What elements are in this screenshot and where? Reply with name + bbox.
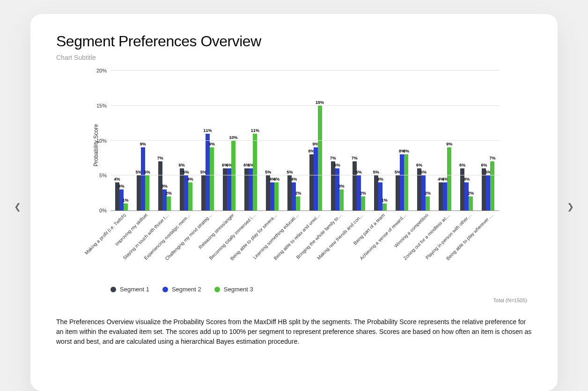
bar: 8% [404, 154, 408, 210]
bar-value-label: 1% [382, 198, 388, 203]
bar: 4% [292, 182, 296, 210]
category-label: Becoming totally immersed i… [208, 212, 256, 261]
bar: 2% [469, 196, 473, 210]
bar: 2% [167, 196, 171, 210]
grid-line [110, 140, 499, 141]
y-axis-label: Probability Score [93, 117, 99, 174]
bar-value-label: 9% [446, 142, 452, 146]
category-label: Learning something educati… [252, 212, 300, 260]
bar-value-label: 1% [123, 198, 129, 203]
bar-group: 6%6%11%Becoming totally immersed i… [240, 71, 262, 210]
bar-value-label: 4% [463, 177, 470, 181]
bar-value-label: 5% [183, 170, 189, 174]
bar: 9% [314, 147, 318, 210]
category-label: Challenging my mind strateg… [164, 212, 213, 261]
bar-value-label: 4% [273, 177, 279, 181]
category-label: Achieving a sense of reward… [359, 212, 408, 261]
bar-value-label: 9% [140, 142, 146, 146]
bar-value-label: 7% [352, 156, 358, 160]
category-label: Bringing the whole family to… [295, 212, 343, 260]
bar-group: 4%4%9%Zoning out for a mindless ac… [434, 71, 456, 210]
bar-value-label: 7% [489, 156, 495, 160]
bar: 4% [188, 182, 192, 210]
bar-value-label: 7% [330, 156, 336, 160]
bar: 8% [309, 154, 314, 210]
bar-value-label: 6% [481, 163, 487, 167]
bar-value-label: 2% [295, 191, 301, 196]
bars-container: 4%3%1%Making a profit (i.e. Twitch)5%9%5… [110, 71, 499, 210]
y-tick-label: 20% [96, 68, 110, 73]
chart-card: Segment Preferences Overview Chart Subti… [30, 14, 558, 391]
bar-value-label: 6% [459, 163, 465, 167]
bar-group: 6%4%2%Playing in-person with other… [456, 71, 478, 210]
bar-group: 5%4%1%Being part of a team [369, 71, 391, 210]
total-n-label: Total (N=1505) [56, 297, 527, 303]
bar-value-label: 3% [118, 184, 125, 188]
bar: 5% [486, 175, 490, 210]
bar-value-label: 9% [209, 142, 215, 146]
bar: 1% [124, 203, 128, 210]
bar: 5% [396, 175, 400, 210]
y-tick-label: 5% [99, 173, 110, 178]
bar-value-label: 5% [420, 170, 426, 174]
bar-value-label: 4% [187, 177, 193, 181]
bar-value-label: 2% [425, 191, 431, 196]
bar-group: 7%5%2%Making new friends and con… [348, 71, 369, 210]
bar-value-label: 8% [403, 149, 409, 153]
bar-value-label: 5% [356, 170, 362, 174]
bar-value-label: 6% [334, 163, 340, 167]
legend-swatch [214, 287, 220, 292]
bar: 4% [270, 182, 274, 210]
y-tick-label: 0% [99, 208, 110, 213]
bar: 4% [464, 182, 469, 210]
category-label: Making a profit (i.e. Twitch) [84, 212, 127, 255]
bar-value-label: 7% [157, 156, 163, 160]
bar-value-label: 2% [468, 191, 474, 196]
legend-item: Segment 3 [214, 286, 253, 293]
bar: 5% [145, 175, 149, 210]
bar: 9% [210, 147, 214, 210]
bar-value-label: 4% [114, 177, 120, 181]
bar-group: 7%6%3%Bringing the whole family to… [326, 71, 348, 210]
legend-label: Segment 3 [224, 286, 253, 293]
legend-swatch [110, 287, 116, 292]
bar: 2% [426, 196, 430, 210]
bar: 4% [443, 182, 447, 210]
category-label: Playing in-person with other… [425, 212, 472, 260]
bar: 8% [400, 154, 404, 210]
bar: 5% [137, 175, 141, 210]
bar-value-label: 6% [179, 163, 185, 167]
bar-value-label: 11% [203, 128, 212, 133]
bar: 9% [447, 147, 451, 210]
bar-group: 6%5%2%Winning a competition [413, 71, 434, 210]
chevron-right-icon[interactable]: ❯ [567, 202, 574, 212]
category-label: Being able to play wherever … [445, 212, 494, 261]
bar-group: 5%11%9%Challenging my mind strateg… [197, 71, 218, 210]
bar-value-label: 11% [251, 128, 259, 133]
bar: 7% [490, 161, 494, 210]
legend-swatch [162, 287, 168, 292]
plot-area: 4%3%1%Making a profit (i.e. Twitch)5%9%5… [110, 71, 499, 211]
bar: 11% [253, 134, 257, 210]
bar: 7% [353, 161, 357, 210]
chart-description: The Preferences Overview visualize the P… [56, 317, 532, 347]
bar: 2% [361, 196, 365, 210]
bar-group: 6%6%10%Releasing stress/anger [219, 71, 240, 210]
legend-label: Segment 1 [120, 286, 149, 293]
bar: 2% [296, 196, 300, 210]
grid-line [110, 105, 499, 106]
bar-value-label: 4% [291, 177, 297, 181]
bar-value-label: 3% [162, 184, 168, 188]
chevron-left-icon[interactable]: ❮ [14, 202, 21, 212]
bar: 15% [318, 106, 322, 210]
bar-group: 8%9%15%Being able to relax and unwi… [305, 71, 326, 210]
legend-item: Segment 2 [162, 286, 201, 293]
bar-value-label: 2% [166, 191, 172, 196]
y-tick-label: 15% [96, 103, 110, 109]
bar: 9% [141, 147, 145, 210]
grid-line [110, 70, 499, 71]
bar-value-label: 3% [338, 184, 345, 188]
bar-value-label: 5% [287, 170, 293, 174]
bar: 3% [339, 189, 344, 210]
bar: 10% [231, 141, 235, 211]
